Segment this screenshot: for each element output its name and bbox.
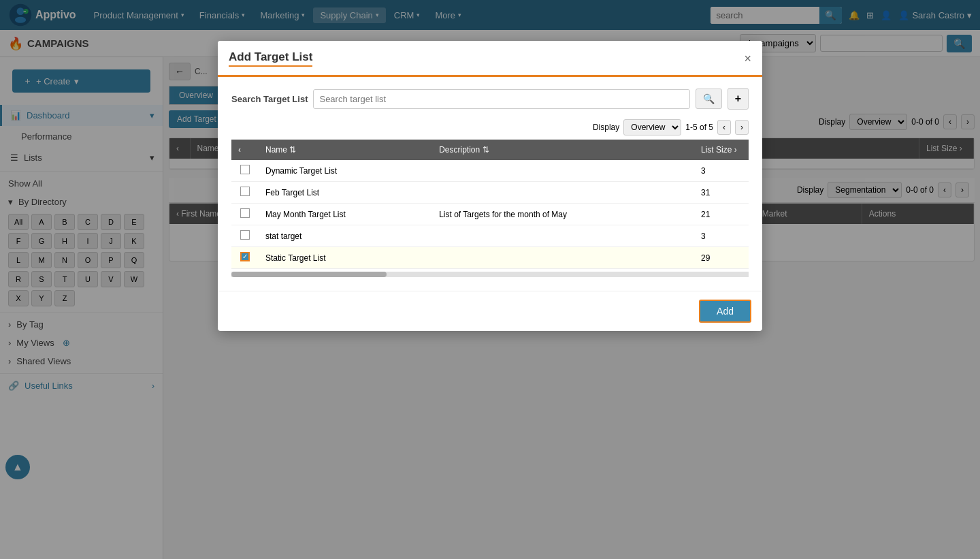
modal-close-button[interactable]: × xyxy=(744,52,751,66)
modal-table-row[interactable]: Static Target List29 xyxy=(231,247,749,269)
row-list-size-cell: 21 xyxy=(694,204,749,225)
modal-add-new-button[interactable]: + xyxy=(728,88,749,110)
modal-title: Add Target List xyxy=(229,50,312,67)
modal-col-list-size-header[interactable]: List Size › xyxy=(694,140,749,160)
row-checkbox-cell[interactable] xyxy=(231,182,259,204)
modal-table: ‹ Name ⇅ Description ⇅ List Size › xyxy=(231,140,749,269)
row-description-cell xyxy=(432,160,694,182)
row-checkbox-cell[interactable] xyxy=(231,204,259,225)
row-checkbox-cell[interactable] xyxy=(231,247,259,269)
scroll-thumb xyxy=(231,272,387,277)
modal-add-confirm-button[interactable]: Add xyxy=(699,300,751,323)
modal-page-info: 1-5 of 5 xyxy=(685,123,713,132)
add-target-list-modal: Add Target List × Search Target List 🔍 +… xyxy=(218,41,762,331)
modal-prev-button[interactable]: ‹ xyxy=(717,120,731,135)
modal-table-controls: Display Overview 1-5 of 5 ‹ › xyxy=(231,119,749,135)
row-name-cell: stat target xyxy=(259,225,432,247)
row-description-cell xyxy=(432,182,694,204)
row-checkbox-cell[interactable] xyxy=(231,225,259,247)
row-list-size-cell: 3 xyxy=(694,160,749,182)
modal-col-description-header[interactable]: Description ⇅ xyxy=(432,140,694,160)
modal-footer: Add xyxy=(218,291,762,331)
row-name-cell: Feb Target List xyxy=(259,182,432,204)
checkbox-unchecked[interactable] xyxy=(240,208,250,218)
row-name-cell: May Month Target List xyxy=(259,204,432,225)
checkbox-unchecked[interactable] xyxy=(240,165,250,174)
modal-search-label: Search Target List xyxy=(231,94,308,104)
modal-next-button[interactable]: › xyxy=(735,120,749,135)
modal-overlay[interactable]: Add Target List × Search Target List 🔍 +… xyxy=(0,0,980,559)
row-list-size-cell: 29 xyxy=(694,247,749,269)
checkbox-unchecked[interactable] xyxy=(240,187,250,196)
row-list-size-cell: 3 xyxy=(694,225,749,247)
col-checkbox-header: ‹ xyxy=(231,140,259,160)
row-description-cell xyxy=(432,247,694,269)
checkbox-checked[interactable] xyxy=(240,252,250,261)
modal-header: Add Target List × xyxy=(218,41,762,77)
row-name-cell: Dynamic Target List xyxy=(259,160,432,182)
modal-display-dropdown[interactable]: Overview xyxy=(623,119,681,135)
row-checkbox-cell[interactable] xyxy=(231,160,259,182)
modal-search-row: Search Target List 🔍 + xyxy=(231,88,749,110)
modal-col-name-header[interactable]: Name ⇅ xyxy=(259,140,432,160)
modal-display-label: Display xyxy=(593,123,619,132)
modal-table-row[interactable]: Feb Target List31 xyxy=(231,182,749,204)
modal-table-row[interactable]: Dynamic Target List3 xyxy=(231,160,749,182)
search-icon: 🔍 xyxy=(703,93,715,104)
row-list-size-cell: 31 xyxy=(694,182,749,204)
modal-search-input[interactable] xyxy=(313,89,689,109)
row-description-cell xyxy=(432,225,694,247)
modal-body: Search Target List 🔍 + Display Overview … xyxy=(218,77,762,291)
modal-table-row[interactable]: May Month Target ListList of Targets for… xyxy=(231,204,749,225)
modal-table-row[interactable]: stat target3 xyxy=(231,225,749,247)
scroll-bar xyxy=(231,272,749,277)
row-description-cell: List of Targets for the month of May xyxy=(432,204,694,225)
modal-search-button[interactable]: 🔍 xyxy=(696,89,722,109)
checkbox-unchecked[interactable] xyxy=(240,230,250,240)
row-name-cell: Static Target List xyxy=(259,247,432,269)
